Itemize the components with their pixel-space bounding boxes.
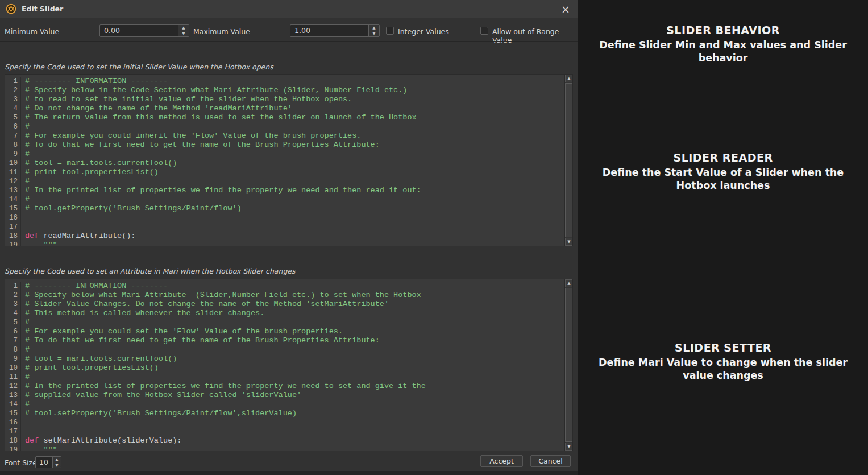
code-line: 4# This method is called whenever the sl… xyxy=(5,309,564,318)
code-line: 2# Specify below what Mari Attribute (Sl… xyxy=(5,291,564,300)
reader-scrollbar[interactable]: ▲ ▼ xyxy=(564,75,572,246)
line-number: 17 xyxy=(5,222,21,232)
maximum-value-label: Maximum Value xyxy=(193,27,250,36)
line-number: 12 xyxy=(5,382,21,391)
annotation-desc: Define Mari Value to change when the sli… xyxy=(589,356,857,382)
line-number: 14 xyxy=(5,195,21,204)
cancel-button[interactable]: Cancel xyxy=(530,455,571,467)
line-number: 19 xyxy=(5,241,21,246)
code-line: 8# To do that we first need to get the n… xyxy=(5,141,564,150)
title-bar[interactable]: Edit Slider × xyxy=(0,0,578,18)
annotation-slider-setter: SLIDER SETTER Define Mari Value to chang… xyxy=(578,340,868,382)
annotation-slider-behavior: SLIDER BEHAVIOR Define Slider Min and Ma… xyxy=(578,23,868,65)
line-number: 7 xyxy=(5,131,21,141)
spin-down-icon[interactable]: ▼ xyxy=(53,462,61,468)
font-size-value[interactable]: 10 xyxy=(36,457,52,468)
code-line: 14# xyxy=(5,195,564,204)
minimum-value-label: Minimum Value xyxy=(5,27,59,36)
accept-button[interactable]: Accept xyxy=(480,455,523,467)
code-line: 5# xyxy=(5,318,564,327)
maximum-value-text[interactable]: 1.00 xyxy=(290,25,368,36)
maximum-value-spinner[interactable]: ▲ ▼ xyxy=(368,25,379,36)
minimum-value-text[interactable]: 0.00 xyxy=(100,25,178,36)
scroll-up-icon[interactable]: ▲ xyxy=(565,75,573,82)
spin-down-icon[interactable]: ▼ xyxy=(369,31,379,36)
font-size-label: Font Size xyxy=(5,459,37,467)
code-line: 8# xyxy=(5,345,564,354)
scroll-up-icon[interactable]: ▲ xyxy=(565,279,573,287)
allow-out-of-range-checkbox[interactable] xyxy=(480,27,488,35)
code-line: 3# Slider Value Changes. Do not change t… xyxy=(5,300,564,309)
code-line: 1# -------- INFORMATION -------- xyxy=(5,282,564,291)
code-line: 4# Do not change the name of the Method … xyxy=(5,104,564,113)
annotation-desc: Define Slider Min and Max values and Sli… xyxy=(589,39,857,65)
code-line: 19 """ xyxy=(5,241,564,246)
line-number: 6 xyxy=(5,327,21,336)
line-number: 3 xyxy=(5,95,21,104)
line-number: 9 xyxy=(5,150,21,159)
reader-code-area[interactable]: 1# -------- INFORMATION --------2# Speci… xyxy=(5,75,564,246)
line-number: 4 xyxy=(5,104,21,113)
line-number: 11 xyxy=(5,373,21,382)
line-number: 8 xyxy=(5,345,21,354)
setter-code-area[interactable]: 1# -------- INFORMATION --------2# Speci… xyxy=(5,279,564,451)
line-number: 9 xyxy=(5,354,21,364)
font-size-spinner[interactable]: ▲ ▼ xyxy=(52,457,61,468)
scroll-down-icon[interactable]: ▼ xyxy=(565,443,573,451)
minimum-value-field[interactable]: 0.00 ▲ ▼ xyxy=(99,24,189,37)
code-line: 13# supplied value from the Hotbox Slide… xyxy=(5,391,564,400)
spin-up-icon[interactable]: ▲ xyxy=(178,25,189,31)
line-number: 17 xyxy=(5,427,21,436)
line-number: 1 xyxy=(5,77,21,86)
code-line: 2# Specify below in the Code Section wha… xyxy=(5,86,564,95)
line-number: 15 xyxy=(5,204,21,213)
line-number: 13 xyxy=(5,186,21,195)
divider xyxy=(0,41,578,42)
line-number: 3 xyxy=(5,300,21,309)
code-line: 7# For example you could inherit the 'Fl… xyxy=(5,131,564,141)
line-number: 5 xyxy=(5,318,21,327)
line-number: 12 xyxy=(5,177,21,186)
setter-scrollbar[interactable]: ▲ ▼ xyxy=(564,279,572,451)
line-number: 13 xyxy=(5,391,21,400)
code-editor-reader[interactable]: 1# -------- INFORMATION --------2# Speci… xyxy=(5,74,573,246)
line-number: 16 xyxy=(5,213,21,222)
line-number: 10 xyxy=(5,364,21,373)
annotation-slider-reader: SLIDER READER Define the Start Value of … xyxy=(578,150,868,192)
minimum-value-spinner[interactable]: ▲ ▼ xyxy=(178,25,189,36)
line-number: 16 xyxy=(5,418,21,427)
code-line: 15# tool.getProperty('Brush Settings/Pai… xyxy=(5,204,564,213)
spin-up-icon[interactable]: ▲ xyxy=(53,457,61,462)
line-number: 18 xyxy=(5,232,21,241)
annotation-panel: SLIDER BEHAVIOR Define Slider Min and Ma… xyxy=(578,0,868,475)
integer-values-checkbox[interactable] xyxy=(386,27,394,35)
code-line: 15# tool.setProperty('Brush Settings/Pai… xyxy=(5,409,564,418)
code-line: 9# tool = mari.tools.currentTool() xyxy=(5,354,564,364)
code-line: 12# In the printed list of properties we… xyxy=(5,382,564,391)
code-line: 18def setMariAttribute(sliderValue): xyxy=(5,436,564,445)
line-number: 4 xyxy=(5,309,21,318)
window-bottom-edge xyxy=(0,471,578,475)
spin-down-icon[interactable]: ▼ xyxy=(178,31,189,36)
scroll-down-icon[interactable]: ▼ xyxy=(565,238,573,246)
screen: Edit Slider × Minimum Value 0.00 ▲ ▼ Max… xyxy=(0,0,868,475)
scrollbar-thumb[interactable] xyxy=(565,83,573,237)
code-line: 16 xyxy=(5,213,564,222)
annotation-desc: Define the Start Value of a Slider when … xyxy=(589,166,857,192)
mari-app-icon xyxy=(6,3,16,14)
code-line: 7# To do that we first need to get the n… xyxy=(5,336,564,345)
spin-up-icon[interactable]: ▲ xyxy=(369,25,379,31)
scrollbar-thumb[interactable] xyxy=(565,288,573,442)
code-line: 6# xyxy=(5,122,564,131)
code-line: 17 xyxy=(5,427,564,436)
integer-values-label: Integer Values xyxy=(398,27,449,36)
maximum-value-field[interactable]: 1.00 ▲ ▼ xyxy=(290,24,380,37)
code-line: 3# to read to set the initial value of t… xyxy=(5,95,564,104)
bottom-bar: Font Size 10 ▲ ▼ Accept Cancel xyxy=(0,452,578,470)
code-line: 9# xyxy=(5,150,564,159)
code-editor-setter[interactable]: 1# -------- INFORMATION --------2# Speci… xyxy=(5,279,573,451)
font-size-field[interactable]: 10 ▲ ▼ xyxy=(35,456,61,468)
code-line: 17 xyxy=(5,222,564,232)
close-icon[interactable]: × xyxy=(559,2,572,16)
reader-caption: Specify the Code used to set the initial… xyxy=(5,63,273,71)
